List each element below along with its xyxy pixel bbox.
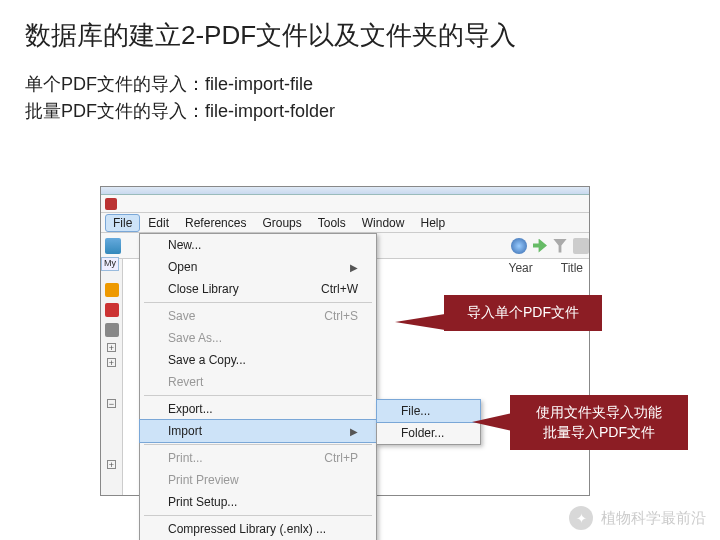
callout-import-folder: 使用文件夹导入功能 批量导入PDF文件 <box>510 395 688 450</box>
expand-icon[interactable]: + <box>107 460 116 469</box>
menu-help[interactable]: Help <box>412 214 453 232</box>
callout-import-single: 导入单个PDF文件 <box>444 295 602 331</box>
menubar: File Edit References Groups Tools Window… <box>101 213 589 233</box>
sidebar-my-tab[interactable]: My <box>101 257 119 271</box>
watermark-text: 植物科学最前沿 <box>601 509 706 528</box>
funnel-icon[interactable] <box>553 239 567 253</box>
menu-separator <box>144 302 372 303</box>
menu-separator <box>144 395 372 396</box>
collapse-icon[interactable]: − <box>107 399 116 408</box>
desc-line-2: 批量PDF文件的导入：file-import-folder <box>25 98 720 125</box>
expand-icon[interactable]: + <box>107 358 116 367</box>
menu-edit[interactable]: Edit <box>140 214 177 232</box>
chevron-right-icon: ▶ <box>350 262 358 273</box>
desc-line-1: 单个PDF文件的导入：file-import-file <box>25 71 720 98</box>
menu-item-save-as: Save As... <box>140 327 376 349</box>
tool-icon[interactable] <box>573 238 589 254</box>
callout-pointer <box>472 413 512 431</box>
menu-item-compressed[interactable]: Compressed Library (.enlx) ... <box>140 518 376 540</box>
menu-groups[interactable]: Groups <box>254 214 309 232</box>
menu-item-save: SaveCtrl+S <box>140 305 376 327</box>
menu-item-export[interactable]: Export... <box>140 398 376 420</box>
menu-item-print: Print...Ctrl+P <box>140 447 376 469</box>
app-icon <box>105 198 117 210</box>
wechat-icon: ✦ <box>569 506 593 530</box>
submenu-item-folder[interactable]: Folder... <box>377 422 480 444</box>
submenu-item-file[interactable]: File... <box>376 399 481 423</box>
menu-item-close-library[interactable]: Close LibraryCtrl+W <box>140 278 376 300</box>
menu-references[interactable]: References <box>177 214 254 232</box>
folder-icon[interactable] <box>105 283 119 297</box>
slide-description: 单个PDF文件的导入：file-import-file 批量PDF文件的导入：f… <box>25 71 720 125</box>
menu-tools[interactable]: Tools <box>310 214 354 232</box>
menu-item-new[interactable]: New... <box>140 234 376 256</box>
callout-line: 批量导入PDF文件 <box>524 423 674 443</box>
callout-line: 使用文件夹导入功能 <box>524 403 674 423</box>
col-title[interactable]: Title <box>561 261 583 275</box>
file-menu-dropdown: New... Open▶ Close LibraryCtrl+W SaveCtr… <box>139 233 377 540</box>
app-icon-row <box>101 195 589 213</box>
menu-item-print-setup[interactable]: Print Setup... <box>140 491 376 513</box>
arrow-icon[interactable] <box>533 239 547 253</box>
trash-icon[interactable] <box>105 323 119 337</box>
expand-icon[interactable]: + <box>107 343 116 352</box>
menu-item-print-preview: Print Preview <box>140 469 376 491</box>
col-year[interactable]: Year <box>509 261 533 275</box>
sidebar: My + + − + <box>101 259 123 495</box>
menu-separator <box>144 515 372 516</box>
window-titlebar <box>101 187 589 195</box>
menu-window[interactable]: Window <box>354 214 413 232</box>
callout-pointer <box>395 314 445 330</box>
menu-separator <box>144 444 372 445</box>
import-submenu: File... Folder... <box>376 399 481 445</box>
watermark: ✦ 植物科学最前沿 <box>569 506 706 530</box>
column-headers: Year Title <box>509 261 583 275</box>
globe-icon[interactable] <box>511 238 527 254</box>
menu-item-open[interactable]: Open▶ <box>140 256 376 278</box>
folder-icon[interactable] <box>105 303 119 317</box>
chevron-right-icon: ▶ <box>350 426 358 437</box>
slide-title: 数据库的建立2-PDF文件以及文件夹的导入 <box>25 18 720 53</box>
library-icon[interactable] <box>105 238 121 254</box>
menu-file[interactable]: File <box>105 214 140 232</box>
menu-item-save-copy[interactable]: Save a Copy... <box>140 349 376 371</box>
menu-item-import[interactable]: Import▶ <box>139 419 377 443</box>
menu-item-revert: Revert <box>140 371 376 393</box>
